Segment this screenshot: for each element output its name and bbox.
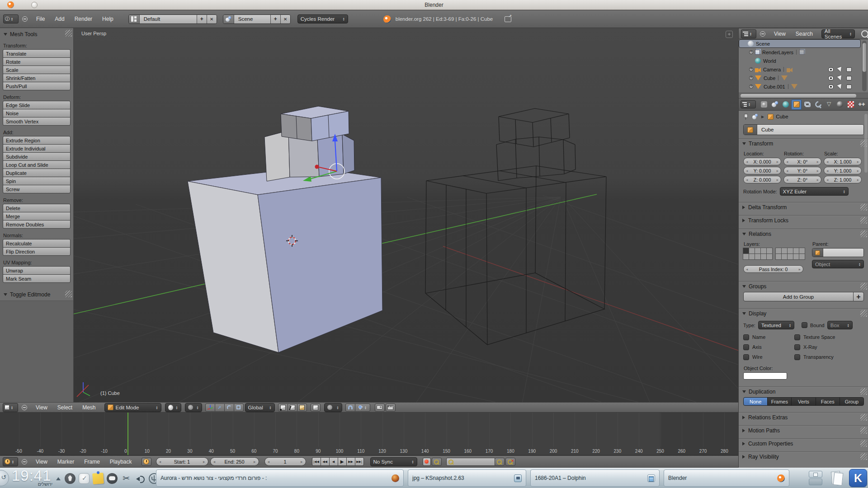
window-resize-icon[interactable]	[505, 16, 511, 22]
viewport-3d[interactable]: User Persp (1) Cube	[0, 28, 738, 402]
orientation-dropdown[interactable]: Global	[245, 403, 275, 412]
expand-icon[interactable]	[749, 76, 753, 80]
object-name-field[interactable]: Cube	[743, 124, 864, 135]
object-name-value[interactable]: Cube	[757, 125, 863, 135]
open-properties-region-icon[interactable]	[726, 31, 733, 38]
delete-keyframe-button[interactable]	[505, 458, 515, 466]
pass-index-field[interactable]: Pass Index: 0	[743, 265, 803, 273]
manipulator-toggle-button[interactable]	[205, 404, 215, 412]
data-properties-tab[interactable]	[824, 99, 834, 110]
material-properties-tab[interactable]	[835, 99, 845, 110]
desktop-1-cell[interactable]	[809, 471, 822, 478]
panel-ray-visibility[interactable]: Ray Visibility	[739, 451, 868, 462]
panel-delta-transform[interactable]: Delta Transform	[739, 202, 868, 212]
tool-button-unwrap[interactable]: Unwrap	[3, 266, 71, 275]
particles-properties-tab[interactable]	[856, 99, 867, 110]
shading-dropdown[interactable]	[165, 403, 181, 412]
play-reverse-button[interactable]	[329, 457, 338, 466]
delete-screen-layout-button[interactable]	[207, 15, 217, 23]
outliner-row-world[interactable]: World	[739, 56, 861, 65]
scrollbar-thumb[interactable]	[863, 43, 866, 72]
object-color-swatch[interactable]	[743, 372, 787, 380]
scrollbar-thumb[interactable]	[741, 94, 856, 98]
layer-cell[interactable]	[793, 248, 799, 254]
tool-button-extrude-region[interactable]: Extrude Region	[3, 136, 71, 145]
panel-grip-icon[interactable]	[860, 204, 867, 211]
tool-button-extrude-individual[interactable]: Extrude Individual	[3, 144, 71, 153]
panel-grip-icon[interactable]	[860, 427, 867, 434]
end-frame-field[interactable]: End: 250	[210, 457, 259, 466]
bound-type-dropdown[interactable]: Box	[827, 321, 853, 329]
preview-range-toggle[interactable]	[142, 458, 151, 466]
display-type-dropdown[interactable]: Textured	[758, 321, 794, 329]
tool-button-delete[interactable]: Delete	[3, 204, 71, 212]
tool-button-rotate[interactable]: Rotate	[3, 57, 71, 66]
panel-grip-icon[interactable]	[860, 310, 867, 317]
tool-button-mark-seam[interactable]: Mark Seam	[3, 274, 71, 283]
panel-grip-icon[interactable]	[860, 440, 867, 447]
duplication-frames[interactable]: Frames	[767, 397, 792, 406]
checkbox-icon[interactable]	[794, 354, 800, 360]
task-button-globe[interactable]: Aurora - פורום חרדי מקצועי - צור נושא חד…	[156, 469, 404, 487]
opengl-render-anim-button[interactable]	[386, 404, 396, 412]
outliner-filter-dropdown[interactable]: All Scenes	[821, 29, 855, 38]
add-screen-layout-button[interactable]	[197, 15, 207, 23]
edited-mesh-stack[interactable]	[264, 106, 354, 181]
new-group-button[interactable]: +	[853, 292, 864, 301]
scene-selector-value[interactable]: Scene	[234, 15, 270, 23]
layer-cell[interactable]	[760, 253, 767, 260]
tool-button-spin[interactable]: Spin	[3, 177, 71, 185]
tool-button-screw[interactable]: Screw	[3, 185, 71, 193]
vertex-select-button[interactable]	[278, 404, 288, 412]
checkbox-icon[interactable]	[794, 334, 800, 340]
clipboard-widget-icon[interactable]	[830, 470, 843, 485]
snap-element-dropdown[interactable]: ▲ ▼	[355, 404, 370, 412]
layer-cell[interactable]	[787, 253, 793, 260]
render-properties-tab[interactable]	[759, 99, 769, 110]
volume-tray-icon[interactable]	[135, 473, 146, 484]
parent-value[interactable]	[823, 249, 863, 257]
display-option-axis[interactable]: Axis	[743, 342, 794, 352]
display-option-transparency[interactable]: Transparency	[794, 352, 864, 362]
tool-button-recalculate[interactable]: Recalculate	[3, 239, 71, 248]
panel-custom-properties[interactable]: Custom Properties	[739, 438, 868, 449]
display-option-x-ray[interactable]: X-Ray	[794, 342, 864, 352]
outliner-row-scene[interactable]: Scene	[739, 39, 861, 48]
collapse-menus-icon[interactable]	[760, 31, 765, 37]
rotation-z-field[interactable]: Z: 0°	[783, 176, 821, 183]
pin-icon[interactable]	[743, 114, 748, 120]
texture-properties-tab[interactable]	[845, 99, 856, 110]
display-panel-header[interactable]: Display	[739, 309, 868, 318]
transform-panel-header[interactable]: Transform	[739, 139, 868, 148]
editor-type-button[interactable]: ▲ ▼	[741, 29, 756, 38]
location-y-field[interactable]: Y: 0.000	[743, 167, 781, 174]
menu-marker[interactable]: Marker	[57, 459, 74, 465]
layer-cell[interactable]	[755, 248, 761, 254]
timeline-track[interactable]: -50-40-30-20-100102030405060708090100110…	[0, 413, 738, 455]
panel-grip-icon[interactable]	[860, 388, 867, 395]
add-scene-button[interactable]	[270, 15, 280, 23]
play-button[interactable]	[338, 457, 347, 466]
pivot-dropdown[interactable]	[185, 403, 202, 412]
tool-button-duplicate[interactable]: Duplicate	[3, 169, 71, 177]
tool-button-edge-slide[interactable]: Edge Slide	[3, 101, 71, 109]
tool-button-loop-cut-and-slide[interactable]: Loop Cut and Slide	[3, 160, 71, 169]
wolf-tray-icon[interactable]	[65, 473, 75, 484]
layer-cell[interactable]	[766, 253, 773, 260]
visibility-eye-icon[interactable]	[828, 67, 834, 72]
jump-to-start-button[interactable]	[312, 457, 321, 466]
relations-panel-header[interactable]: Relations	[739, 229, 868, 239]
menu-mesh[interactable]: Mesh	[82, 404, 95, 411]
layer-cell[interactable]	[749, 248, 755, 254]
menu-view[interactable]: View	[36, 404, 47, 411]
expand-icon[interactable]	[749, 67, 753, 71]
toggle-editmode-panel-header[interactable]: Toggle Editmode	[0, 289, 73, 300]
menu-help[interactable]: Help	[102, 16, 113, 22]
renderability-camera-icon[interactable]	[846, 67, 852, 72]
editor-type-button[interactable]: ▲ ▼	[3, 403, 18, 412]
panel-grip-icon[interactable]	[860, 283, 867, 290]
object-properties-tab[interactable]	[791, 99, 802, 110]
auto-keyframe-button[interactable]	[423, 458, 431, 466]
desktop-pager[interactable]	[809, 471, 822, 485]
layer-cell[interactable]	[793, 253, 799, 260]
